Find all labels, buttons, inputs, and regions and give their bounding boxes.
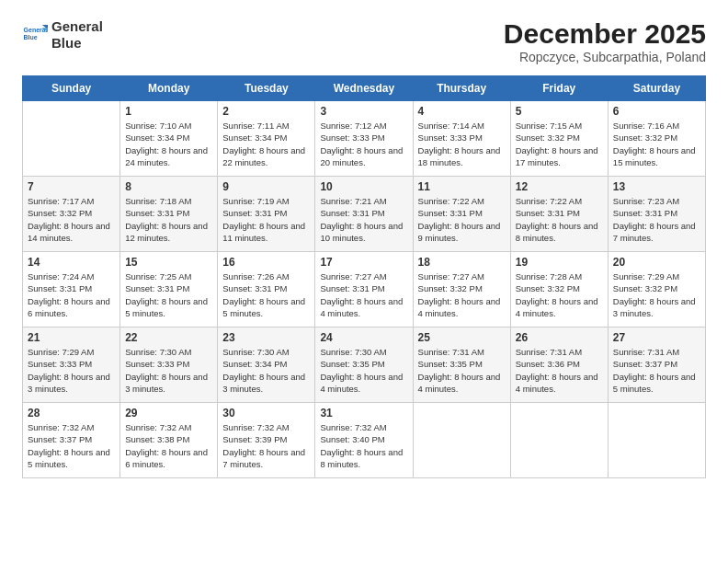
day-info: Sunrise: 7:31 AMSunset: 3:35 PMDaylight:… — [418, 346, 506, 395]
day-info: Sunrise: 7:31 AMSunset: 3:36 PMDaylight:… — [516, 346, 603, 395]
week-row-2: 14Sunrise: 7:24 AMSunset: 3:31 PMDayligh… — [23, 252, 706, 327]
day-info: Sunrise: 7:21 AMSunset: 3:31 PMDaylight:… — [320, 195, 407, 244]
day-number: 1 — [125, 105, 212, 118]
day-info: Sunrise: 7:10 AMSunset: 3:34 PMDaylight:… — [125, 120, 212, 168]
calendar-cell: 4Sunrise: 7:14 AMSunset: 3:33 PMDaylight… — [413, 101, 510, 177]
day-info: Sunrise: 7:29 AMSunset: 3:33 PMDaylight:… — [28, 346, 115, 395]
day-info: Sunrise: 7:18 AMSunset: 3:31 PMDaylight:… — [125, 195, 212, 244]
calendar-cell: 21Sunrise: 7:29 AMSunset: 3:33 PMDayligh… — [23, 327, 120, 403]
calendar-cell: 14Sunrise: 7:24 AMSunset: 3:31 PMDayligh… — [23, 252, 120, 327]
calendar-cell — [510, 403, 608, 478]
week-row-3: 21Sunrise: 7:29 AMSunset: 3:33 PMDayligh… — [23, 327, 706, 403]
day-number: 19 — [516, 256, 603, 269]
header-row: SundayMondayTuesdayWednesdayThursdayFrid… — [23, 76, 706, 101]
day-info: Sunrise: 7:32 AMSunset: 3:38 PMDaylight:… — [125, 421, 212, 470]
header-saturday: Saturday — [608, 76, 705, 101]
day-info: Sunrise: 7:16 AMSunset: 3:32 PMDaylight:… — [613, 120, 700, 168]
day-info: Sunrise: 7:19 AMSunset: 3:31 PMDaylight:… — [222, 195, 310, 244]
header-monday: Monday — [120, 76, 218, 101]
day-info: Sunrise: 7:15 AMSunset: 3:32 PMDaylight:… — [516, 120, 603, 168]
calendar-cell: 11Sunrise: 7:22 AMSunset: 3:31 PMDayligh… — [413, 177, 510, 252]
calendar-cell: 30Sunrise: 7:32 AMSunset: 3:39 PMDayligh… — [218, 403, 315, 478]
calendar-cell: 29Sunrise: 7:32 AMSunset: 3:38 PMDayligh… — [120, 403, 218, 478]
day-info: Sunrise: 7:14 AMSunset: 3:33 PMDaylight:… — [418, 120, 506, 168]
day-number: 14 — [28, 256, 115, 269]
day-number: 17 — [320, 256, 407, 269]
calendar-cell: 25Sunrise: 7:31 AMSunset: 3:35 PMDayligh… — [413, 327, 510, 403]
day-number: 23 — [222, 331, 310, 344]
calendar-cell: 10Sunrise: 7:21 AMSunset: 3:31 PMDayligh… — [315, 177, 413, 252]
day-number: 21 — [28, 331, 115, 344]
day-number: 24 — [320, 331, 407, 344]
day-number: 10 — [320, 180, 407, 193]
calendar-cell — [23, 101, 120, 177]
logo-text-line1: General — [51, 18, 103, 35]
day-info: Sunrise: 7:29 AMSunset: 3:32 PMDaylight:… — [613, 270, 700, 319]
day-number: 22 — [125, 331, 212, 344]
day-number: 18 — [418, 256, 506, 269]
day-info: Sunrise: 7:12 AMSunset: 3:33 PMDaylight:… — [320, 120, 407, 168]
day-number: 13 — [613, 180, 700, 193]
calendar-cell: 20Sunrise: 7:29 AMSunset: 3:32 PMDayligh… — [608, 252, 705, 327]
week-row-0: 1Sunrise: 7:10 AMSunset: 3:34 PMDaylight… — [23, 101, 706, 177]
calendar-cell: 17Sunrise: 7:27 AMSunset: 3:31 PMDayligh… — [315, 252, 413, 327]
day-info: Sunrise: 7:22 AMSunset: 3:31 PMDaylight:… — [418, 195, 506, 244]
day-info: Sunrise: 7:32 AMSunset: 3:37 PMDaylight:… — [28, 421, 115, 470]
day-number: 16 — [222, 256, 310, 269]
logo: General Blue General Blue — [22, 18, 103, 52]
day-info: Sunrise: 7:32 AMSunset: 3:39 PMDaylight:… — [222, 421, 310, 470]
day-info: Sunrise: 7:30 AMSunset: 3:34 PMDaylight:… — [222, 346, 310, 395]
logo-text-line2: Blue — [51, 35, 103, 52]
day-number: 15 — [125, 256, 212, 269]
day-info: Sunrise: 7:30 AMSunset: 3:35 PMDaylight:… — [320, 346, 407, 395]
calendar-cell — [413, 403, 510, 478]
calendar-table: SundayMondayTuesdayWednesdayThursdayFrid… — [22, 75, 706, 478]
day-info: Sunrise: 7:30 AMSunset: 3:33 PMDaylight:… — [125, 346, 212, 395]
day-number: 4 — [418, 105, 506, 118]
calendar-cell: 6Sunrise: 7:16 AMSunset: 3:32 PMDaylight… — [608, 101, 705, 177]
calendar-cell: 16Sunrise: 7:26 AMSunset: 3:31 PMDayligh… — [218, 252, 315, 327]
day-number: 20 — [613, 256, 700, 269]
calendar-cell: 3Sunrise: 7:12 AMSunset: 3:33 PMDaylight… — [315, 101, 413, 177]
calendar-cell: 23Sunrise: 7:30 AMSunset: 3:34 PMDayligh… — [218, 327, 315, 403]
day-info: Sunrise: 7:11 AMSunset: 3:34 PMDaylight:… — [222, 120, 310, 168]
calendar-cell: 28Sunrise: 7:32 AMSunset: 3:37 PMDayligh… — [23, 403, 120, 478]
day-info: Sunrise: 7:24 AMSunset: 3:31 PMDaylight:… — [28, 270, 115, 319]
day-info: Sunrise: 7:28 AMSunset: 3:32 PMDaylight:… — [516, 270, 603, 319]
day-number: 2 — [222, 105, 310, 118]
day-number: 11 — [418, 180, 506, 193]
day-number: 30 — [222, 407, 310, 419]
day-info: Sunrise: 7:17 AMSunset: 3:32 PMDaylight:… — [28, 195, 115, 244]
day-info: Sunrise: 7:25 AMSunset: 3:31 PMDaylight:… — [125, 270, 212, 319]
calendar-cell: 19Sunrise: 7:28 AMSunset: 3:32 PMDayligh… — [510, 252, 608, 327]
day-info: Sunrise: 7:27 AMSunset: 3:31 PMDaylight:… — [320, 270, 407, 319]
calendar-cell: 7Sunrise: 7:17 AMSunset: 3:32 PMDaylight… — [23, 177, 120, 252]
calendar-cell: 15Sunrise: 7:25 AMSunset: 3:31 PMDayligh… — [120, 252, 218, 327]
day-number: 27 — [613, 331, 700, 344]
day-info: Sunrise: 7:23 AMSunset: 3:31 PMDaylight:… — [613, 195, 700, 244]
calendar-cell: 22Sunrise: 7:30 AMSunset: 3:33 PMDayligh… — [120, 327, 218, 403]
calendar-cell: 2Sunrise: 7:11 AMSunset: 3:34 PMDaylight… — [218, 101, 315, 177]
header-friday: Friday — [510, 76, 608, 101]
calendar-cell: 9Sunrise: 7:19 AMSunset: 3:31 PMDaylight… — [218, 177, 315, 252]
calendar-cell: 26Sunrise: 7:31 AMSunset: 3:36 PMDayligh… — [510, 327, 608, 403]
day-number: 8 — [125, 180, 212, 193]
calendar-cell: 1Sunrise: 7:10 AMSunset: 3:34 PMDaylight… — [120, 101, 218, 177]
page-header: General Blue General Blue December 2025 … — [22, 18, 706, 64]
main-title: December 2025 — [504, 18, 706, 50]
calendar-cell: 27Sunrise: 7:31 AMSunset: 3:37 PMDayligh… — [608, 327, 705, 403]
calendar-cell: 12Sunrise: 7:22 AMSunset: 3:31 PMDayligh… — [510, 177, 608, 252]
day-number: 6 — [613, 105, 700, 118]
week-row-1: 7Sunrise: 7:17 AMSunset: 3:32 PMDaylight… — [23, 177, 706, 252]
subtitle: Ropczyce, Subcarpathia, Poland — [504, 50, 706, 64]
calendar-cell — [608, 403, 705, 478]
calendar-cell: 8Sunrise: 7:18 AMSunset: 3:31 PMDaylight… — [120, 177, 218, 252]
day-number: 9 — [222, 180, 310, 193]
header-wednesday: Wednesday — [315, 76, 413, 101]
day-number: 25 — [418, 331, 506, 344]
day-number: 29 — [125, 407, 212, 419]
day-info: Sunrise: 7:27 AMSunset: 3:32 PMDaylight:… — [418, 270, 506, 319]
calendar-cell: 13Sunrise: 7:23 AMSunset: 3:31 PMDayligh… — [608, 177, 705, 252]
day-info: Sunrise: 7:31 AMSunset: 3:37 PMDaylight:… — [613, 346, 700, 395]
day-number: 12 — [516, 180, 603, 193]
